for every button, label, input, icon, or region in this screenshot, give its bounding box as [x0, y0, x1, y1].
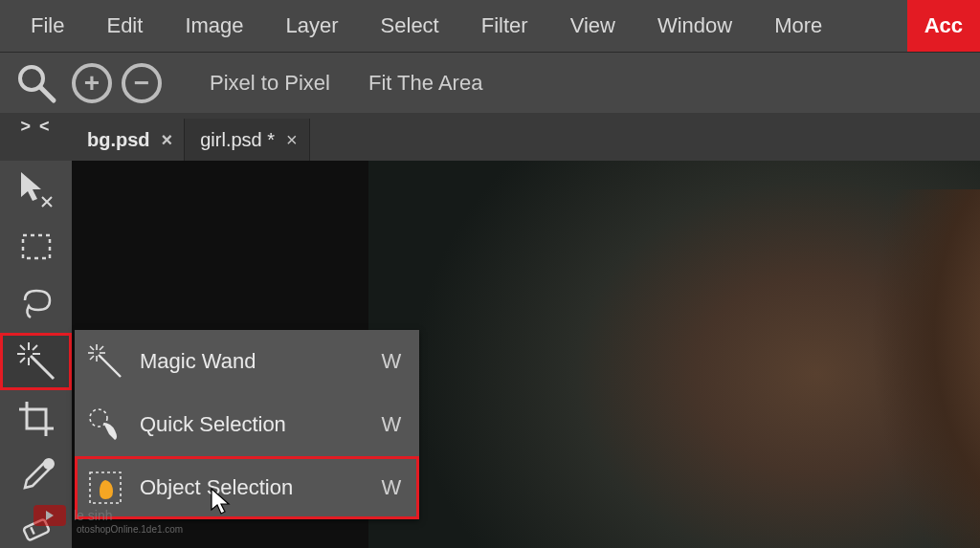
rectangle-select-tool[interactable] — [0, 218, 72, 275]
flyout-shortcut: W — [379, 412, 404, 437]
menu-file[interactable]: File — [10, 0, 85, 52]
youtube-icon — [33, 505, 66, 526]
flyout-label: Object Selection — [140, 475, 379, 500]
magic-wand-icon — [86, 342, 124, 381]
flyout-label: Quick Selection — [140, 412, 379, 437]
svg-line-14 — [31, 527, 33, 534]
svg-line-23 — [99, 355, 121, 377]
flyout-magic-wand[interactable]: Magic Wand W — [75, 330, 419, 393]
svg-point-12 — [44, 459, 54, 469]
pixel-to-pixel-button[interactable]: Pixel to Pixel — [210, 71, 330, 96]
watermark-url: otoshopOnline.1de1.com — [77, 524, 183, 535]
quick-selection-icon — [86, 406, 124, 444]
canvas-photo-subject — [760, 189, 980, 548]
menu-layer[interactable]: Layer — [265, 0, 360, 52]
flyout-quick-selection[interactable]: Quick Selection W — [75, 393, 419, 456]
collapse-toggle[interactable]: > < — [0, 117, 72, 138]
watermark-brand: le sinh — [74, 508, 112, 523]
tool-column — [0, 161, 72, 548]
account-button[interactable]: Acc — [907, 0, 980, 52]
menu-select[interactable]: Select — [360, 0, 460, 52]
menu-view[interactable]: View — [549, 0, 636, 52]
tab-bg[interactable]: bg.psd × — [72, 119, 185, 161]
menu-more[interactable]: More — [753, 0, 843, 52]
svg-line-9 — [33, 345, 37, 350]
close-tab-icon[interactable]: × — [286, 129, 298, 151]
flyout-shortcut: W — [379, 475, 404, 500]
svg-line-19 — [90, 346, 94, 350]
move-tool[interactable] — [0, 161, 72, 218]
magic-wand-tool[interactable] — [0, 333, 72, 390]
svg-line-7 — [20, 345, 25, 350]
tab-girl[interactable]: girl.psd * × — [185, 119, 310, 161]
video-watermark: le sinh — [33, 505, 112, 526]
menu-edit[interactable]: Edit — [85, 0, 164, 52]
tab-label: girl.psd * — [200, 129, 275, 151]
crop-tool[interactable] — [0, 390, 72, 448]
wand-tool-flyout: Magic Wand W Quick Selection W Object Se… — [75, 330, 419, 519]
menu-bar: File Edit Image Layer Select Filter View… — [0, 0, 980, 52]
flyout-object-selection[interactable]: Object Selection W — [75, 456, 419, 519]
zoom-tool-icon[interactable] — [0, 53, 72, 114]
flyout-label: Magic Wand — [140, 349, 379, 374]
flyout-shortcut: W — [379, 349, 404, 374]
close-tab-icon[interactable]: × — [162, 129, 173, 151]
svg-line-1 — [40, 87, 54, 100]
menu-filter[interactable]: Filter — [460, 0, 549, 52]
object-selection-icon — [86, 469, 124, 507]
eyedropper-tool[interactable] — [0, 448, 72, 505]
svg-rect-2 — [23, 235, 50, 258]
options-bar: + − Pixel to Pixel Fit The Area — [0, 52, 980, 113]
menu-image[interactable]: Image — [164, 0, 264, 52]
zoom-in-button[interactable]: + — [72, 63, 112, 103]
svg-line-10 — [20, 358, 25, 362]
lasso-tool[interactable] — [0, 275, 72, 333]
svg-line-21 — [100, 346, 103, 350]
svg-line-22 — [90, 356, 94, 360]
svg-line-11 — [31, 356, 54, 379]
tab-label: bg.psd — [87, 129, 150, 151]
document-tabs: bg.psd × girl.psd * × — [72, 119, 310, 161]
zoom-out-button[interactable]: − — [122, 63, 162, 103]
fit-area-button[interactable]: Fit The Area — [368, 71, 482, 96]
menu-window[interactable]: Window — [636, 0, 753, 52]
